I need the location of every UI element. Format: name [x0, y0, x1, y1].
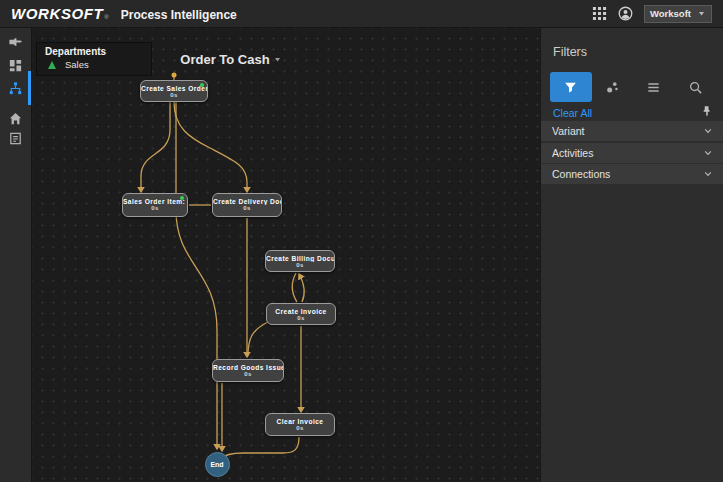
end-node[interactable]: End — [205, 452, 230, 477]
sidebar-item-dashboard[interactable] — [0, 53, 31, 77]
filter-tab-search[interactable] — [675, 72, 717, 102]
home-icon — [8, 111, 23, 126]
process-node-clear-invoice[interactable]: Clear Invoice0s — [265, 413, 335, 436]
filters-panel: Filters Clear All VariantActivitiesConne… — [540, 28, 723, 482]
node-label: Create Delivery Docu... — [213, 198, 281, 205]
search-icon — [688, 80, 703, 95]
report-icon — [8, 131, 23, 146]
edge-create-sales-order-to-delivery — [174, 102, 247, 192]
variants-icon — [605, 80, 620, 95]
department-item-sales[interactable]: Sales — [45, 59, 143, 70]
node-duration: 0s — [266, 425, 334, 431]
node-label: Clear Invoice — [266, 418, 334, 425]
brand: WORKSOFT ® Process Intelligence — [11, 5, 237, 22]
filter-section-variant[interactable]: Variant — [541, 121, 723, 141]
page-title: Process Intelligence — [121, 8, 237, 22]
edge-clear-invoice-to-end — [220, 437, 299, 459]
section-label: Activities — [552, 147, 593, 159]
process-node-create-sales-order[interactable]: Create Sales Order I...0s — [140, 80, 208, 102]
filter-tabs — [550, 72, 716, 102]
edge-invoice-to-record-goods — [248, 322, 268, 356]
process-canvas: Create Sales Order I...0sSales Order Ite… — [32, 28, 540, 482]
node-duration: 0s — [267, 315, 335, 321]
apps-grid-icon[interactable] — [592, 6, 607, 21]
node-duration: 0s — [266, 262, 334, 268]
department-marker-icon — [48, 61, 56, 69]
workspace-select[interactable]: Worksoft — [644, 5, 712, 23]
app-header: WORKSOFT ® Process Intelligence Worksoft — [0, 0, 723, 28]
node-label: Sales Order Item: Pr... — [123, 198, 187, 205]
chevron-down-icon — [703, 169, 713, 179]
section-label: Variant — [552, 125, 585, 137]
node-label: Create Sales Order I... — [141, 85, 207, 92]
node-duration: 0s — [141, 92, 207, 98]
worksoft-logo: WORKSOFT — [11, 5, 103, 22]
caret-down-icon — [273, 55, 282, 64]
caret-down-icon — [697, 9, 706, 18]
sidebar-item-report[interactable] — [0, 126, 31, 150]
chevron-down-icon — [703, 126, 713, 136]
edge-billing-invoice-loop-a — [292, 273, 297, 302]
filter-tab-funnel[interactable] — [550, 72, 592, 102]
edge-create-sales-order-to-sales-item — [141, 102, 170, 192]
filter-section-connections[interactable]: Connections — [541, 164, 723, 184]
process-flow-icon — [8, 81, 23, 96]
departments-title: Departments — [45, 46, 143, 57]
process-title: Order To Cash — [180, 52, 269, 67]
department-label: Sales — [65, 59, 89, 70]
process-node-create-invoice[interactable]: Create Invoice0s — [266, 303, 336, 325]
process-node-create-delivery-doc[interactable]: Create Delivery Docu...0s — [212, 193, 282, 217]
left-sidebar — [0, 28, 32, 482]
filter-section-activities[interactable]: Activities — [541, 143, 723, 163]
registered-mark: ® — [104, 14, 108, 20]
list-icon — [646, 80, 661, 95]
workspace-select-value: Worksoft — [650, 8, 691, 19]
filter-tab-list[interactable] — [633, 72, 675, 102]
green-status-dot-icon — [180, 196, 184, 200]
filters-title: Filters — [553, 45, 587, 59]
node-label: Create Billing Docum... — [266, 255, 334, 262]
departments-legend: Departments Sales — [36, 42, 152, 76]
section-label: Connections — [552, 168, 610, 180]
header-controls: Worksoft — [592, 5, 712, 23]
funnel-icon — [563, 80, 578, 95]
green-status-dot-icon — [200, 83, 204, 87]
node-duration: 0s — [213, 371, 283, 377]
pin-panel-icon[interactable] — [701, 105, 713, 117]
sidebar-item-pin[interactable] — [0, 29, 31, 53]
filter-tab-variants[interactable] — [592, 72, 634, 102]
node-duration: 0s — [213, 205, 281, 211]
edge-billing-invoice-loop-b — [299, 274, 304, 302]
sidebar-item-process-flow[interactable] — [0, 76, 31, 100]
active-indicator — [28, 71, 31, 105]
process-node-record-goods-issue[interactable]: Record Goods Issue0s — [212, 359, 284, 382]
pin-icon — [8, 34, 23, 49]
node-label: Record Goods Issue — [213, 364, 283, 371]
clear-all-link[interactable]: Clear All — [553, 107, 592, 119]
user-avatar-icon[interactable] — [618, 6, 633, 21]
node-label: Create Invoice — [267, 308, 335, 315]
edge-create-sales-order-to-end — [176, 102, 217, 449]
process-node-create-billing-doc[interactable]: Create Billing Docum...0s — [265, 250, 335, 272]
process-node-sales-order-item[interactable]: Sales Order Item: Pr...0s — [122, 193, 188, 217]
filter-sections: VariantActivitiesConnections — [541, 121, 723, 186]
node-duration: 0s — [123, 205, 187, 211]
dashboard-icon — [8, 58, 23, 73]
start-marker-dot — [172, 73, 177, 78]
chevron-down-icon — [703, 148, 713, 158]
